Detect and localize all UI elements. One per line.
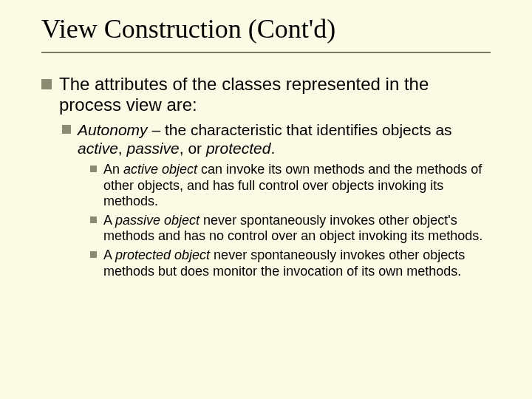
term-autonomy: Autonomy	[78, 121, 148, 138]
keyword-passive: passive	[127, 140, 180, 157]
bullet3c-text: A protected object never spontaneously i…	[103, 248, 491, 279]
bullet-level2: Autonomy – the characteristic that ident…	[62, 120, 491, 157]
keyword-active: active	[78, 140, 118, 157]
bullet3b-text: A passive object never spontaneously inv…	[103, 213, 491, 245]
slide-title: View Construction (Cont'd)	[41, 13, 491, 52]
bullet-level3: A protected object never spontaneously i…	[90, 248, 491, 279]
bullet-level1: The attributes of the classes represente…	[41, 74, 491, 116]
square-bullet-icon	[90, 166, 97, 172]
square-bullet-icon	[41, 79, 52, 89]
slide: View Construction (Cont'd) The attribute…	[0, 0, 532, 399]
term-passive-object: passive object	[115, 213, 200, 228]
square-bullet-icon	[90, 216, 97, 223]
term-protected-object: protected object	[115, 248, 210, 262]
bullet-level3: An active object can invoke its own meth…	[90, 162, 491, 210]
bullet-level3: A passive object never spontaneously inv…	[90, 213, 491, 245]
bullet3a-text: An active object can invoke its own meth…	[103, 162, 491, 210]
square-bullet-icon	[62, 125, 71, 134]
keyword-protected: protected	[206, 140, 271, 157]
square-bullet-icon	[90, 251, 97, 258]
title-underline	[41, 52, 491, 53]
bullet2-text: Autonomy – the characteristic that ident…	[78, 120, 491, 157]
bullet1-text: The attributes of the classes represente…	[59, 74, 491, 116]
term-active-object: active object	[123, 162, 197, 177]
